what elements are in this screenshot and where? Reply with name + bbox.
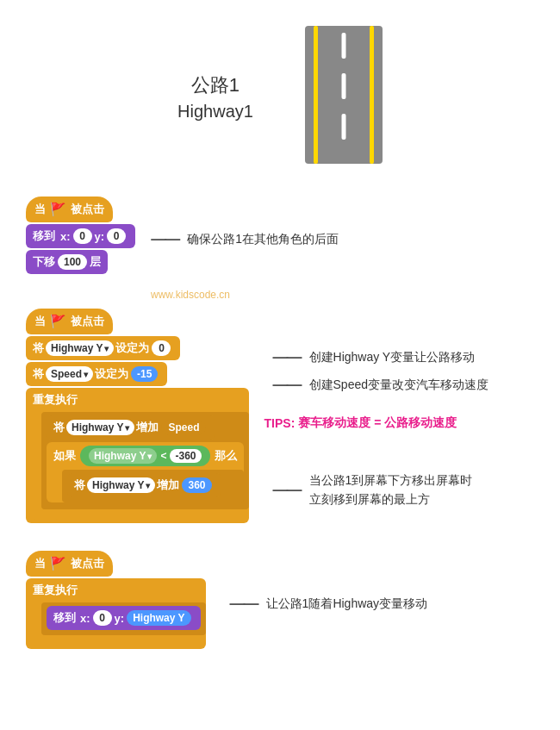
section2-notes: —— 创建Highway Y变量让公路移动 —— 创建Speed变量改变汽车移动… [258, 347, 488, 509]
tips-label: TIPS: [264, 416, 296, 430]
speed-dropdown[interactable]: Speed [46, 366, 93, 382]
move-to-block-3: 移到 x: 0 y: Highway Y [47, 606, 201, 630]
highway-y-dropdown-1[interactable]: Highway Y [46, 340, 114, 356]
note-move: —— 让公路1随着Highway变量移动 [221, 594, 427, 613]
if-header: 如果 Highway Y < -360 那么 [47, 442, 244, 470]
section2: 当 🚩 被点击 将 Highway Y 设定为 0 将 Speed [0, 300, 560, 533]
hat-block-1: 当 🚩 被点击 [26, 197, 113, 222]
condition-box: Highway Y < -360 [80, 446, 210, 466]
go-back-block: 下移 100 层 [26, 250, 108, 274]
section3: 当 🚩 被点击 重复执行 移到 x: 0 [0, 542, 560, 659]
annotation-1: 确保公路1在其他角色的后面 [187, 229, 339, 248]
highway-y-dropdown-3[interactable]: Highway Y [87, 477, 155, 493]
annotation-2: 创建Highway Y变量让公路移动 [309, 347, 476, 366]
annotation-5: 让公路1随着Highway变量移动 [266, 594, 427, 613]
section3-notes: —— 让公路1随着Highway变量移动 [215, 594, 427, 613]
repeat-block-3: 重复执行 移到 x: 0 y: Highway Y [26, 578, 206, 649]
change-highwayY-block: 将 Highway Y 增加 Speed [47, 415, 215, 440]
annotation-4: 当公路1到屏幕下方移出屏幕时 立刻移到屏幕的最上方 [309, 471, 473, 509]
hat-label-1: 当 [34, 202, 46, 217]
section3-blocks: 当 🚩 被点击 重复执行 移到 x: 0 [26, 551, 206, 651]
clicked-label-1: 被点击 [71, 202, 104, 217]
section1: 当 🚩 被点击 移到 x: 0 y: 0 下移 100 [0, 181, 560, 291]
repeat-inner-2: 将 Highway Y 增加 Speed 如果 [41, 412, 249, 509]
header-section: 公路1 Highway1 [0, 0, 560, 181]
highway-y-val-3: Highway Y [127, 610, 190, 626]
repeat-inner-3: 移到 x: 0 y: Highway Y [41, 602, 206, 635]
dash-1: —— [151, 230, 178, 248]
inc360-block: 将 Highway Y 增加 360 [67, 473, 221, 497]
if-block: 如果 Highway Y < -360 那么 [47, 442, 244, 502]
repeat-block-2: 重复执行 将 Highway Y 增加 Speed [26, 388, 249, 523]
repeat-label-2: 重复执行 [26, 388, 249, 412]
highwayY-cond-dropdown[interactable]: Highway Y [89, 448, 157, 464]
title-zh: 公路1 [177, 68, 253, 103]
note-tips: TIPS: 赛车移动速度 = 公路移动速度 [264, 415, 488, 431]
section2-blocks: 当 🚩 被点击 将 Highway Y 设定为 0 将 Speed [26, 309, 249, 525]
highway-y-dropdown-2[interactable]: Highway Y [66, 420, 134, 435]
annotation-3: 创建Speed变量改变汽车移动速度 [309, 375, 488, 394]
road-title: 公路1 Highway1 [177, 68, 253, 122]
set-highwayY-block: 将 Highway Y 设定为 0 [26, 336, 180, 360]
hat-block-2: 当 🚩 被点击 [26, 309, 113, 334]
note-speed: —— 创建Speed变量改变汽车移动速度 [264, 375, 488, 394]
bottom-notch-2 [33, 513, 59, 520]
road-illustration [305, 26, 383, 164]
set-speed-block: 将 Speed 设定为 -15 [26, 362, 167, 386]
title-en: Highway1 [177, 102, 253, 122]
flag-icon-1: 🚩 [50, 202, 66, 217]
note-highwayY: —— 创建Highway Y变量让公路移动 [264, 347, 488, 366]
bottom-notch-3 [33, 639, 59, 646]
if-inner: 将 Highway Y 增加 360 [62, 470, 244, 502]
move-to-block-1: 移到 x: 0 y: 0 [26, 224, 135, 248]
tips-text: 赛车移动速度 = 公路移动速度 [298, 415, 457, 431]
speed-val: Speed [161, 420, 206, 435]
section1-notes: —— 确保公路1在其他角色的后面 [135, 197, 339, 248]
note-loop: —— 当公路1到屏幕下方移出屏幕时 立刻移到屏幕的最上方 [264, 471, 488, 509]
section1-blocks: 当 🚩 被点击 移到 x: 0 y: 0 下移 100 [26, 197, 135, 276]
hat-block-3: 当 🚩 被点击 [26, 551, 113, 577]
